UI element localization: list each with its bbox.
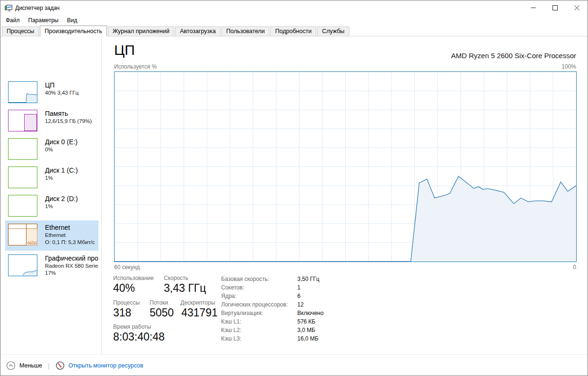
sidebar-item-disk0[interactable]: Диск 0 (E:) 0% — [5, 135, 98, 163]
uptime-label: Время работы — [113, 324, 151, 330]
task-manager-icon — [5, 4, 12, 12]
gpu-mini-chart — [8, 254, 37, 276]
sidebar-item-title: Диск 0 (E:) — [45, 138, 78, 146]
tab-users[interactable]: Пользователи — [222, 26, 270, 36]
processor-name: AMD Ryzen 5 2600 Six-Core Processor — [451, 52, 576, 60]
x-axis-left-label: 60 секунд — [114, 264, 140, 271]
sidebar-item-subtitle: 0% — [45, 146, 78, 153]
chart-bottom-labels: 60 секунд 0 — [114, 264, 576, 271]
chart-top-labels: Используется % 100% — [114, 63, 576, 70]
sidebar-item-subtitle: 1% — [45, 175, 78, 182]
detail-row-base-speed: Базовая скорость:3,50 ГГц — [221, 275, 323, 283]
sidebar-item-subtitle: Radeon RX 580 Series — [45, 262, 98, 270]
speed-label: Скорость — [164, 275, 188, 281]
processes-value: 318 — [113, 306, 131, 319]
cpu-mini-chart — [8, 81, 37, 103]
menu-file[interactable]: Файл — [1, 16, 24, 25]
tab-services[interactable]: Службы — [317, 26, 349, 36]
menu-options[interactable]: Параметры — [24, 16, 63, 25]
detail-row-sockets: Сокетов:1 — [221, 283, 323, 292]
sidebar-item-title: Диск 2 (D:) — [45, 195, 78, 203]
sidebar-item-disk2[interactable]: Диск 2 (D:) 1% — [5, 192, 98, 220]
sidebar-item-cpu[interactable]: ЦП 40% 3,43 ГГц — [5, 78, 98, 106]
x-axis-right-label: 0 — [573, 264, 576, 271]
detail-row-cores: Ядра:6 — [221, 292, 323, 300]
memory-mini-chart — [8, 110, 37, 131]
disk0-mini-chart — [8, 138, 37, 160]
sidebar-item-subtitle: Ethernet — [45, 232, 95, 239]
sidebar-item-memory[interactable]: Память 12,6/15,9 ГБ (79%) — [5, 106, 98, 135]
minimize-button[interactable] — [522, 1, 544, 15]
sidebar-item-subtitle: 40% 3,43 ГГц — [45, 89, 79, 96]
cpu-details-list: Базовая скорость:3,50 ГГц Сокетов:1 Ядра… — [221, 275, 323, 343]
uptime-value: 8:03:40:48 — [113, 331, 165, 343]
chevron-up-circle-icon — [6, 361, 16, 370]
resource-monitor-icon — [55, 361, 65, 370]
page-title: ЦП — [114, 42, 135, 58]
ethernet-mini-chart — [8, 224, 37, 245]
tab-strip: Процессы Производительность Журнал прило… — [0, 25, 588, 36]
sidebar-item-disk1[interactable]: Диск 1 (C:) 1% — [5, 163, 98, 192]
sidebar-item-title: Ethernet — [45, 224, 95, 232]
sidebar-item-ethernet[interactable]: Ethernet Ethernet О: 0,1 П: 5,3 Мбит/с — [5, 220, 98, 251]
open-resource-monitor-link[interactable]: Открыть монитор ресурсов — [55, 361, 143, 370]
sidebar-item-usage: 17% — [45, 270, 98, 277]
threads-label: Потоки — [150, 299, 168, 306]
performance-sidebar: ЦП 40% 3,43 ГГц Память 12,6/15,9 ГБ (79%… — [0, 36, 102, 354]
tab-details[interactable]: Подробности — [270, 26, 316, 36]
footer-bar: Меньше | Открыть монитор ресурсов — [0, 354, 588, 376]
sidebar-item-throughput: О: 0,1 П: 5,3 Мбит/с — [45, 239, 95, 246]
disk1-mini-chart — [8, 166, 37, 188]
sidebar-item-title: ЦП — [45, 81, 79, 89]
y-axis-label: Используется % — [114, 63, 157, 70]
tab-startup[interactable]: Автозагрузка — [175, 26, 221, 36]
handles-value: 431791 — [181, 306, 218, 319]
sidebar-item-title: Диск 1 (C:) — [45, 166, 78, 175]
sidebar-item-title: Графический про — [45, 254, 98, 262]
detail-row-virtualization: Виртуализация:Включено — [221, 309, 323, 317]
cpu-panel: ЦП AMD Ryzen 5 2600 Six-Core Processor И… — [102, 36, 588, 354]
usage-value: 40% — [113, 282, 135, 295]
tab-app-history[interactable]: Журнал приложений — [108, 26, 174, 36]
detail-row-logical-processors: Логических процессоров:12 — [221, 300, 323, 309]
fewer-details-button[interactable]: Меньше — [6, 361, 42, 370]
handles-label: Дескрипторы — [180, 299, 215, 306]
task-manager-window: Диспетчер задач Файл Параметры Вид Проце… — [0, 0, 588, 376]
sidebar-item-gpu[interactable]: Графический про Radeon RX 580 Series 17% — [5, 251, 98, 281]
sidebar-item-title: Память — [45, 110, 92, 118]
footer-separator: | — [48, 362, 50, 369]
tab-processes[interactable]: Процессы — [2, 26, 39, 36]
detail-row-cache-l3: Кэш L3:16,0 МБ — [221, 334, 323, 343]
open-resource-monitor-label: Открыть монитор ресурсов — [69, 362, 143, 369]
tab-performance[interactable]: Производительность — [40, 26, 107, 36]
performance-content: ЦП 40% 3,43 ГГц Память 12,6/15,9 ГБ (79%… — [0, 36, 588, 354]
sidebar-item-subtitle: 1% — [45, 203, 78, 210]
y-axis-max-label: 100% — [561, 63, 576, 70]
maximize-button[interactable] — [544, 1, 566, 15]
disk2-mini-chart — [8, 195, 37, 217]
detail-row-cache-l2: Кэш L2:3,0 МБ — [221, 326, 323, 334]
sidebar-item-subtitle: 12,6/15,9 ГБ (79%) — [45, 118, 92, 125]
menu-bar: Файл Параметры Вид — [0, 15, 588, 25]
usage-label: Использование — [113, 275, 154, 281]
fewer-details-label: Меньше — [19, 362, 42, 369]
speed-value: 3,43 ГГц — [164, 282, 206, 295]
cpu-usage-chart-svg — [115, 72, 576, 262]
processes-label: Процессы — [113, 299, 140, 306]
window-title: Диспетчер задач — [15, 5, 522, 11]
close-button[interactable] — [566, 1, 588, 15]
title-bar: Диспетчер задач — [0, 0, 588, 15]
menu-view[interactable]: Вид — [62, 16, 81, 25]
detail-row-cache-l1: Кэш L1:576 КБ — [221, 317, 323, 326]
cpu-usage-chart — [114, 71, 577, 262]
threads-value: 5050 — [150, 306, 174, 319]
